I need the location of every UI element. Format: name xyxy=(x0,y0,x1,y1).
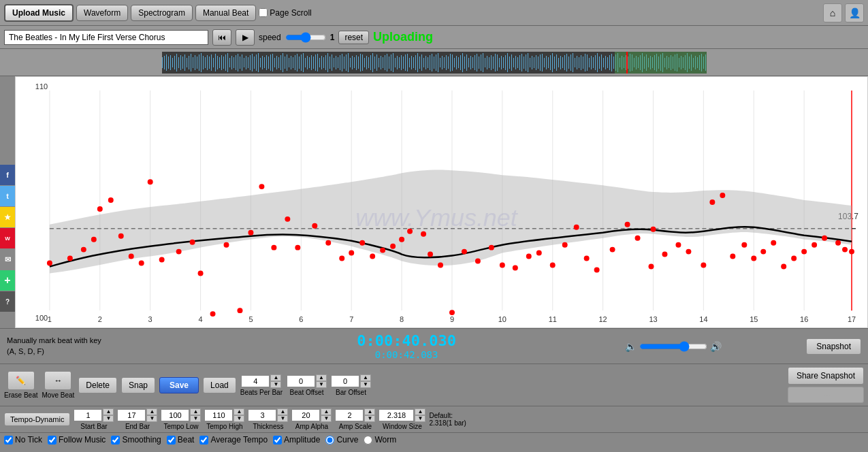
tempo-high-input[interactable] xyxy=(204,409,233,421)
worm-radio[interactable] xyxy=(364,436,372,445)
amp-scale-input[interactable] xyxy=(335,409,364,421)
page-scroll-checkbox[interactable] xyxy=(259,8,268,17)
bar-offset-up[interactable]: ▲ xyxy=(360,374,371,381)
svg-rect-168 xyxy=(503,57,504,68)
beats-per-bar-input[interactable] xyxy=(241,375,270,387)
svg-rect-10 xyxy=(180,55,181,70)
save-button[interactable]: Save xyxy=(159,377,199,393)
beats-per-bar-down[interactable]: ▼ xyxy=(270,381,281,388)
svg-rect-147 xyxy=(460,55,461,70)
curve-option[interactable]: Curve xyxy=(325,435,358,445)
thickness-input[interactable] xyxy=(248,409,276,421)
rewind-button[interactable]: ⏮ xyxy=(212,29,231,46)
svg-rect-144 xyxy=(454,58,455,67)
svg-rect-135 xyxy=(436,54,436,71)
svg-rect-88 xyxy=(340,55,340,70)
erase-beat-icon-btn[interactable]: ✏️ xyxy=(7,371,35,390)
amp-alpha-input[interactable] xyxy=(291,409,320,421)
follow-music-checkbox[interactable] xyxy=(48,436,57,445)
play-button[interactable]: ▶ xyxy=(236,29,255,46)
thickness-down[interactable]: ▼ xyxy=(277,415,288,422)
average-tempo-option[interactable]: Average Tempo xyxy=(199,435,268,445)
file-name-input[interactable] xyxy=(4,30,208,45)
svg-rect-78 xyxy=(319,58,320,67)
volume-slider[interactable] xyxy=(639,341,707,352)
help-button[interactable]: ? xyxy=(0,291,15,312)
svg-rect-215 xyxy=(599,56,600,69)
plus-button[interactable]: + xyxy=(0,270,15,291)
snapshot-button[interactable]: Snapshot xyxy=(806,338,861,355)
manual-beat-button[interactable]: Manual Beat xyxy=(195,5,256,21)
user-icon-btn[interactable]: 👤 xyxy=(845,3,864,22)
svg-point-328 xyxy=(312,223,317,229)
svg-rect-99 xyxy=(362,54,363,71)
speed-slider[interactable] xyxy=(285,32,326,43)
window-size-up[interactable]: ▲ xyxy=(415,408,425,415)
tempo-high-down[interactable]: ▼ xyxy=(234,415,244,422)
beat-option[interactable]: Beat xyxy=(167,435,195,445)
star-button[interactable]: ★ xyxy=(0,207,15,227)
load-button[interactable]: Load xyxy=(203,377,236,393)
bar-offset-down[interactable]: ▼ xyxy=(360,381,371,388)
facebook-button[interactable]: f xyxy=(0,165,15,185)
share-snapshot-button[interactable]: Share Snapshot xyxy=(788,367,864,385)
main-content: f t ★ W ✉ + ? 110 100 103.7 xyxy=(0,76,868,328)
svg-rect-91 xyxy=(346,54,347,71)
reset-button[interactable]: reset xyxy=(338,31,369,44)
beat-offset-down[interactable]: ▼ xyxy=(316,381,327,388)
svg-rect-51 xyxy=(264,57,265,68)
svg-rect-72 xyxy=(307,56,308,69)
tempo-low-input[interactable] xyxy=(161,409,189,421)
tempo-high-up[interactable]: ▲ xyxy=(234,408,244,415)
end-bar-up[interactable]: ▲ xyxy=(146,408,157,415)
worm-option[interactable]: Worm xyxy=(364,435,396,445)
start-bar-down[interactable]: ▼ xyxy=(103,415,114,422)
tempo-dynamic-button[interactable]: Tempo-Dynamic xyxy=(4,413,70,426)
home-icon-btn[interactable]: ⌂ xyxy=(823,3,842,22)
amp-scale-up[interactable]: ▲ xyxy=(364,408,375,415)
amplitude-option[interactable]: Amplitude xyxy=(273,435,320,445)
window-size-down[interactable]: ▼ xyxy=(415,415,425,422)
upload-music-button[interactable]: Upload Music xyxy=(4,4,74,22)
snap-button[interactable]: Snap xyxy=(121,377,155,393)
svg-point-361 xyxy=(675,242,681,248)
curve-radio[interactable] xyxy=(325,436,334,445)
smoothing-option[interactable]: Smoothing xyxy=(111,435,161,445)
amp-alpha-down[interactable]: ▼ xyxy=(321,415,332,422)
svg-rect-119 xyxy=(403,56,404,69)
page-scroll-toggle[interactable]: Page Scroll xyxy=(259,8,311,18)
average-tempo-checkbox[interactable] xyxy=(199,436,208,445)
smoothing-checkbox[interactable] xyxy=(111,436,120,445)
svg-rect-214 xyxy=(597,53,598,72)
end-bar-input[interactable] xyxy=(117,409,146,421)
beat-offset-up[interactable]: ▲ xyxy=(316,374,327,381)
beats-per-bar-up[interactable]: ▲ xyxy=(270,374,281,381)
start-bar-input[interactable] xyxy=(74,409,102,421)
end-bar-down[interactable]: ▼ xyxy=(146,415,157,422)
amp-scale-down[interactable]: ▼ xyxy=(364,415,375,422)
mail-button[interactable]: ✉ xyxy=(0,249,15,270)
follow-music-option[interactable]: Follow Music xyxy=(48,435,106,445)
svg-text:6: 6 xyxy=(299,315,303,323)
amp-alpha-up[interactable]: ▲ xyxy=(321,408,332,415)
start-bar-up[interactable]: ▲ xyxy=(103,408,114,415)
delete-button[interactable]: Delete xyxy=(78,377,117,393)
waveform-button[interactable]: Waveform xyxy=(76,5,128,21)
no-tick-checkbox[interactable] xyxy=(4,436,13,445)
beat-offset-input[interactable] xyxy=(287,375,315,387)
no-tick-option[interactable]: No Tick xyxy=(4,435,42,445)
move-beat-icon-btn[interactable]: ↔️ xyxy=(44,371,71,390)
bar-offset-input[interactable] xyxy=(331,375,359,387)
twitter-button[interactable]: t xyxy=(0,186,15,206)
weibo-button[interactable]: W xyxy=(0,228,15,248)
waveform-display[interactable] xyxy=(162,52,707,74)
spectrogram-button[interactable]: Spectrogram xyxy=(131,5,193,21)
amplitude-checkbox[interactable] xyxy=(273,436,282,445)
tempo-low-up[interactable]: ▲ xyxy=(190,408,201,415)
thickness-up[interactable]: ▲ xyxy=(277,408,288,415)
svg-rect-34 xyxy=(229,58,230,67)
beat-checkbox[interactable] xyxy=(167,436,176,445)
window-size-input[interactable] xyxy=(379,409,414,421)
status-instructions: Manually mark beat with key (A, S, D, F) xyxy=(7,336,273,357)
tempo-low-down[interactable]: ▼ xyxy=(190,415,201,422)
